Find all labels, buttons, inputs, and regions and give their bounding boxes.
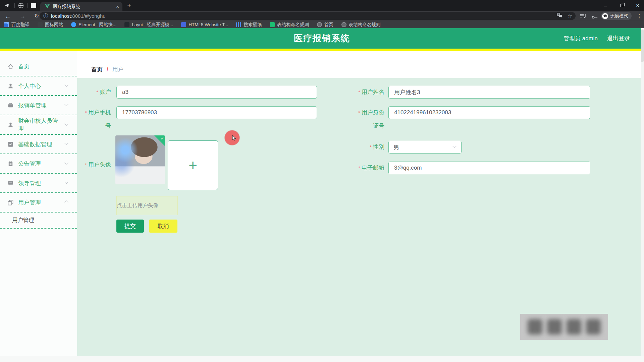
window-minimize-button[interactable]: – (598, 0, 613, 11)
sidebar-subitem-user-management[interactable]: 用户管理 (0, 213, 77, 229)
media-controls-icon[interactable] (580, 14, 586, 20)
email-input[interactable] (388, 162, 590, 174)
sidebar-item-leaders[interactable]: 领导管理 (0, 174, 77, 193)
tab-title: 医疗报销系统 (53, 4, 113, 10)
pinned-tab-globe-icon[interactable] (18, 3, 24, 10)
speaker-icon (5, 3, 10, 9)
gender-label: 性别 (356, 141, 384, 154)
tab-close-icon[interactable]: × (116, 4, 119, 9)
bookmark-favicon (181, 22, 186, 27)
avatar-image[interactable]: ✓ (115, 135, 165, 184)
chevron-down-icon (452, 144, 456, 148)
id-card-input[interactable] (388, 106, 590, 119)
sidebar-item-user-management[interactable]: 用户管理 (0, 193, 77, 213)
watermark-blob (586, 319, 601, 335)
main-content: 首页 / 用户 账户 用户姓名 用户手机号 用户身份证号 用户头像 ✓ + (77, 51, 641, 356)
bookmark-favicon (124, 22, 129, 27)
breadcrumb-strip: 首页 / 用户 (77, 51, 641, 78)
admin-user-label: 管理员 admin (564, 35, 598, 42)
site-info-icon[interactable]: ⓘ (43, 13, 48, 19)
bookmark-item[interactable]: 搜索壁纸 (236, 22, 262, 28)
email-label: 电子邮箱 (356, 162, 384, 174)
chevron-down-icon (64, 161, 68, 165)
chevron-down-icon (64, 141, 68, 145)
back-button[interactable]: ← (5, 13, 11, 19)
address-bar[interactable]: ⓘ localhost:8081/#/yonghu ☆ (40, 12, 576, 20)
click-highlight-marker (225, 130, 239, 145)
briefcase-icon (7, 102, 14, 109)
header-accent-bar (0, 49, 644, 51)
blurred-watermark (520, 314, 608, 340)
window-close-button[interactable]: × (630, 0, 644, 11)
incognito-label: 无痕模式 (610, 13, 628, 19)
bookmark-favicon (236, 22, 241, 27)
sidebar-item-home[interactable]: 首页 (0, 57, 77, 76)
sidebar-item-reimbursement[interactable]: 报销单管理 (0, 96, 77, 115)
gender-select[interactable]: 男 (388, 141, 462, 154)
phone-input[interactable] (116, 106, 317, 119)
tab-separator (14, 3, 15, 8)
home-icon (7, 63, 14, 70)
bookmark-item[interactable]: 首页 (317, 22, 333, 28)
chevron-up-icon (64, 200, 68, 204)
vue-logo-icon (45, 4, 50, 10)
window-restore-button[interactable] (614, 0, 629, 11)
browser-window: 医疗报销系统 × + – × ← → ↻ ⓘ localhost:8081/#/… (0, 0, 644, 362)
account-input[interactable] (116, 86, 317, 99)
restore-icon (620, 4, 623, 7)
bookmark-item[interactable]: 表结构命名规则 (341, 22, 381, 28)
cursor-icon (231, 135, 237, 141)
forward-button[interactable]: → (19, 13, 25, 19)
url-host: localhost (51, 13, 71, 19)
phone-label: 用户手机号 (82, 106, 111, 133)
breadcrumb-home-link[interactable]: 首页 (91, 66, 103, 73)
upload-hint-box: 点击上传用户头像 (116, 196, 178, 215)
chat-icon (7, 180, 14, 186)
bookmark-item[interactable]: HTML5 Website T... (181, 22, 228, 27)
sidebar-item-announcements[interactable]: 公告管理 (0, 154, 77, 174)
logout-link[interactable]: 退出登录 (607, 35, 630, 42)
horizontal-scrollbar[interactable] (0, 356, 644, 362)
breadcrumb-current: 用户 (112, 66, 123, 73)
chevron-down-icon (64, 180, 68, 184)
chevron-down-icon (64, 83, 68, 87)
active-tab[interactable]: 医疗报销系统 × (40, 2, 122, 11)
bookmark-item[interactable]: 百度翻译 (4, 22, 30, 28)
sidebar-item-personal-center[interactable]: 个人中心 (0, 76, 77, 96)
incognito-badge: 无痕模式 (601, 12, 632, 20)
cancel-button[interactable]: 取消 (149, 220, 177, 233)
bookmark-star-icon[interactable]: ☆ (568, 13, 572, 19)
new-tab-button[interactable]: + (125, 1, 133, 10)
chevron-down-icon (65, 122, 68, 126)
bookmark-item[interactable]: 图标网站 (38, 22, 63, 28)
bookmark-favicon (341, 22, 346, 27)
bookmark-item[interactable]: 表结构命名规则 (270, 22, 309, 28)
password-key-icon[interactable] (592, 14, 598, 20)
pinned-tab-blank-icon[interactable] (31, 3, 36, 8)
tab-strip: 医疗报销系统 × + – × (0, 0, 644, 11)
upload-hint-text: 点击上传用户头像 (117, 202, 158, 209)
chart-icon (7, 141, 14, 147)
check-icon: ✓ (161, 136, 164, 141)
bookmark-item[interactable]: Element - 网站快... (71, 22, 116, 28)
bookmark-item[interactable]: Layui - 经典开源模... (124, 22, 173, 28)
chevron-down-icon (64, 103, 68, 106)
refresh-button[interactable]: ↻ (34, 13, 39, 19)
name-label: 用户姓名 (356, 86, 384, 99)
gender-value: 男 (393, 143, 399, 151)
sidebar-item-base-data[interactable]: 基础数据管理 (0, 135, 77, 154)
bookmark-favicon (270, 22, 275, 27)
browser-menu-icon[interactable]: ⋮ (637, 13, 642, 19)
name-input[interactable] (388, 86, 590, 99)
vertical-scrollbar[interactable] (641, 28, 644, 356)
avatar-upload-box[interactable]: + (168, 140, 218, 190)
translate-icon[interactable] (556, 12, 562, 19)
bookmark-favicon (71, 22, 76, 27)
submit-button[interactable]: 提交 (116, 220, 144, 233)
scrollbar-thumb[interactable] (641, 29, 644, 62)
breadcrumb: 首页 / 用户 (91, 66, 123, 73)
plus-icon: + (189, 158, 197, 173)
user-icon (7, 122, 14, 128)
watermark-blob (547, 319, 562, 335)
sidebar-item-finance-auditors[interactable]: 财会审核人员管理 (0, 115, 77, 135)
